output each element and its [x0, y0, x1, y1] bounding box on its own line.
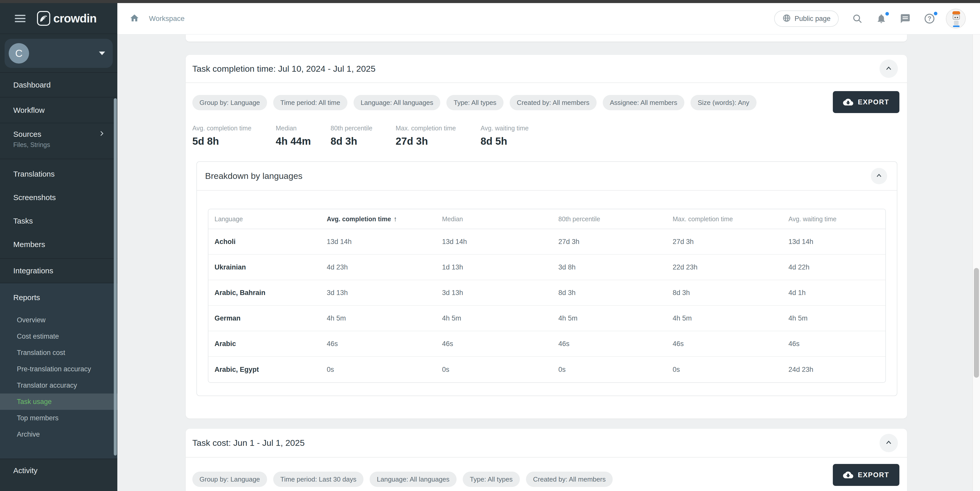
page-scrollbar-thumb[interactable]	[974, 268, 979, 378]
avatar-robot-legs	[953, 26, 959, 27]
sidebar-item-archive[interactable]: Archive	[0, 426, 117, 443]
column-header-80th-percentile[interactable]: 80th percentile	[552, 215, 667, 223]
collapse-task-completion-button[interactable]	[880, 59, 898, 78]
task-completion-title: Task completion time: Jul 10, 2024 - Jul…	[192, 64, 375, 74]
column-header-avg-waiting-time[interactable]: Avg. waiting time	[782, 215, 885, 223]
cloud-download-icon	[843, 470, 853, 480]
crowdin-logo-icon[interactable]	[37, 11, 50, 26]
window-top-strip	[0, 0, 980, 3]
chevron-up-icon	[875, 172, 883, 180]
breadcrumb-label[interactable]: Workspace	[149, 14, 185, 23]
workspace-selector[interactable]: C	[5, 39, 113, 68]
collapse-task-cost-button[interactable]	[880, 434, 898, 452]
sidebar-item-sources[interactable]: Sources Files, Strings	[0, 123, 117, 159]
breadcrumb[interactable]: Workspace	[130, 13, 185, 24]
sidebar-reports-group: Reports Overview Cost estimate Translati…	[0, 283, 117, 459]
stat-max-completion-time: Max. completion time 27d 3h	[396, 124, 480, 147]
table-row: Acholi 13d 14h 13d 14h 27d 3h 27d 3h 13d…	[208, 229, 885, 255]
sidebar-item-cost-estimate[interactable]: Cost estimate	[0, 328, 117, 344]
column-header-avg-completion-time[interactable]: Avg. completion time↑	[321, 215, 436, 223]
sidebar-item-translations[interactable]: Translations	[0, 162, 117, 186]
sidebar-item-members[interactable]: Members	[0, 233, 117, 256]
filter-chip-size[interactable]: Size (words): Any	[690, 95, 756, 110]
filter-chip-assignee[interactable]: Assignee: All members	[603, 95, 684, 110]
filter-chip-time-period[interactable]: Time period: All time	[273, 95, 347, 110]
table-row: Ukrainian 4d 23h 1d 13h 3d 8h 22d 23h 4d…	[208, 255, 885, 280]
filter-chip-language[interactable]: Language: All languages	[353, 95, 441, 110]
user-avatar[interactable]	[946, 9, 966, 29]
filter-chip-language[interactable]: Language: All languages	[370, 472, 457, 487]
page-scrollbar-track[interactable]	[972, 35, 980, 491]
sort-asc-icon: ↑	[394, 215, 397, 223]
sidebar-item-translator-accuracy[interactable]: Translator accuracy	[0, 377, 117, 394]
sidebar-scrollbar[interactable]	[114, 98, 117, 456]
home-icon[interactable]	[130, 13, 139, 24]
filter-chip-group-by[interactable]: Group by: Language	[192, 472, 267, 487]
sidebar-item-top-members[interactable]: Top members	[0, 410, 117, 426]
notification-badge	[885, 11, 890, 16]
sidebar-item-tasks[interactable]: Tasks	[0, 209, 117, 233]
sidebar-item-sources-sublabel: Files, Strings	[0, 141, 117, 148]
filter-chip-group-by[interactable]: Group by: Language	[192, 95, 267, 110]
sidebar-item-screenshots[interactable]: Screenshots	[0, 186, 117, 209]
help-badge	[933, 11, 938, 16]
avatar-robot-hat	[953, 11, 960, 14]
crowdin-logo-text[interactable]: crowdin	[53, 11, 96, 25]
help-button[interactable]: ?	[924, 13, 935, 24]
breakdown-title: Breakdown by languages	[205, 171, 302, 181]
main-content: Task completion time: Jul 10, 2024 - Jul…	[117, 35, 980, 491]
chat-icon	[900, 13, 911, 24]
sidebar-item-activity[interactable]: Activity	[0, 459, 117, 482]
column-header-language[interactable]: Language	[208, 215, 321, 223]
filter-chip-created-by[interactable]: Created by: All members	[526, 472, 613, 487]
sidebar-item-tools[interactable]: Tools	[0, 482, 117, 491]
avatar-robot-head	[953, 14, 960, 20]
messages-button[interactable]	[900, 13, 911, 24]
sidebar-item-overview[interactable]: Overview	[0, 312, 117, 328]
chevron-down-icon	[99, 51, 105, 55]
public-page-label: Public page	[795, 15, 830, 23]
filter-chip-created-by[interactable]: Created by: All members	[510, 95, 597, 110]
notifications-button[interactable]	[876, 13, 887, 24]
collapse-breakdown-button[interactable]	[871, 168, 887, 184]
globe-icon	[782, 14, 791, 24]
sidebar-item-translation-cost[interactable]: Translation cost	[0, 344, 117, 361]
public-page-button[interactable]: Public page	[774, 10, 839, 27]
export-button[interactable]: EXPORT	[833, 464, 899, 486]
chevron-right-icon	[99, 130, 105, 139]
breakdown-header: Breakdown by languages	[197, 162, 897, 191]
search-button[interactable]	[852, 13, 863, 24]
top-header: Workspace Public page ?	[117, 3, 980, 35]
chevron-up-icon	[885, 439, 892, 447]
task-completion-header: Task completion time: Jul 10, 2024 - Jul…	[186, 55, 907, 83]
languages-table: Language Avg. completion time↑ Median 80…	[208, 209, 886, 383]
sidebar-item-integrations[interactable]: Integrations	[0, 259, 117, 283]
filter-chip-type[interactable]: Type: All types	[463, 472, 520, 487]
task-cost-filters: Group by: Language Time period: Last 30 …	[186, 458, 907, 487]
stat-80th-percentile: 80th percentile 8d 3h	[331, 124, 396, 147]
export-button[interactable]: EXPORT	[833, 91, 899, 113]
avatar-robot-body	[954, 21, 959, 25]
sidebar: crowdin C Dashboard Workflow Sources Fil…	[0, 3, 117, 491]
table-header-row: Language Avg. completion time↑ Median 80…	[208, 209, 885, 229]
column-header-median[interactable]: Median	[436, 215, 552, 223]
hamburger-menu-icon[interactable]	[15, 13, 25, 24]
stat-avg-completion-time: Avg. completion time 5d 8h	[192, 124, 276, 147]
sidebar-item-dashboard[interactable]: Dashboard	[0, 73, 117, 97]
task-cost-card: Task cost: Jun 1 - Jul 1, 2025 Group by:…	[186, 429, 907, 491]
workspace-avatar: C	[9, 43, 29, 64]
filter-chip-type[interactable]: Type: All types	[446, 95, 504, 110]
sidebar-item-pre-translation-accuracy[interactable]: Pre-translation accuracy	[0, 361, 117, 377]
sidebar-item-workflow[interactable]: Workflow	[0, 97, 117, 123]
column-header-max-completion-time[interactable]: Max. completion time	[667, 215, 782, 223]
task-cost-title: Task cost: Jun 1 - Jul 1, 2025	[192, 438, 305, 448]
breakdown-section: Breakdown by languages Language Avg. com…	[196, 161, 897, 396]
stat-avg-waiting-time: Avg. waiting time 8d 5h	[480, 124, 529, 147]
filter-chip-time-period[interactable]: Time period: Last 30 days	[273, 472, 363, 487]
sidebar-item-task-usage[interactable]: Task usage	[0, 394, 117, 410]
cloud-download-icon	[843, 97, 853, 107]
sidebar-item-reports[interactable]: Reports	[0, 283, 117, 312]
task-completion-stats: Avg. completion time 5d 8h Median 4h 44m…	[186, 110, 907, 147]
table-row: Arabic 46s 46s 46s 46s 46s	[208, 331, 885, 357]
task-cost-header: Task cost: Jun 1 - Jul 1, 2025	[186, 429, 907, 458]
